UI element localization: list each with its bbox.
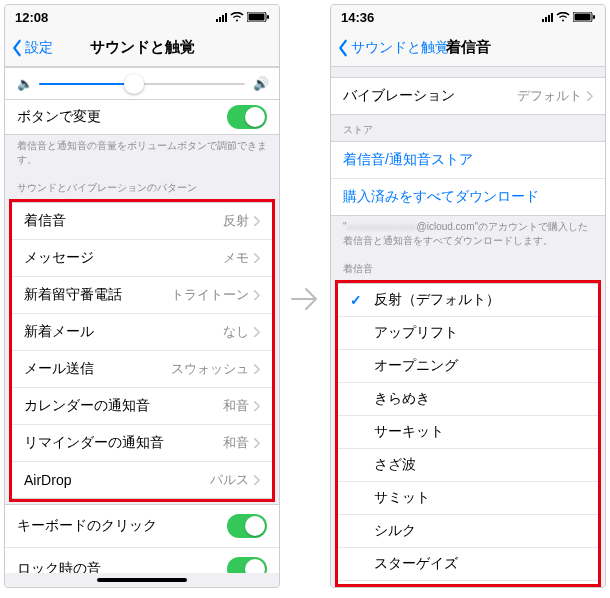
chevron-right-icon <box>253 327 260 338</box>
ringtone-row[interactable]: スターゲイズ <box>338 547 598 580</box>
pattern-label: AirDrop <box>24 472 71 488</box>
tone-store-link[interactable]: 着信音/通知音ストア <box>331 142 605 178</box>
download-all-link[interactable]: 購入済みをすべてダウンロード <box>331 178 605 215</box>
pattern-row[interactable]: 新着メールなし <box>12 313 272 350</box>
ringtone-row[interactable]: さざ波 <box>338 448 598 481</box>
patterns-highlight-box: 着信音反射メッセージメモ新着留守番電話トライトーン新着メールなしメール送信スウォ… <box>9 199 275 502</box>
ringtone-label: オープニング <box>374 357 458 375</box>
pattern-label: リマインダーの通知音 <box>24 434 164 452</box>
vibration-label: バイブレーション <box>343 87 455 105</box>
battery-icon <box>573 12 595 22</box>
pattern-row[interactable]: メール送信スウォッシュ <box>12 350 272 387</box>
lock-sound-row: ロック時の音 <box>5 547 279 573</box>
ringtone-header: 着信音 <box>331 254 605 280</box>
pattern-row[interactable]: リマインダーの通知音和音 <box>12 424 272 461</box>
ringtone-row[interactable]: ✓反射（デフォルト） <box>338 284 598 316</box>
ringtone-label: サーキット <box>374 423 444 441</box>
lock-sound-toggle[interactable] <box>227 557 267 573</box>
back-label: 設定 <box>25 39 53 57</box>
change-with-buttons-label: ボタンで変更 <box>17 108 101 126</box>
chevron-right-icon <box>253 216 260 227</box>
pattern-value: メモ <box>223 249 249 267</box>
battery-icon <box>247 12 269 22</box>
volume-low-icon: 🔈 <box>17 76 31 91</box>
vibration-value: デフォルト <box>517 87 582 105</box>
ringtone-row[interactable]: オープニング <box>338 349 598 382</box>
pattern-row[interactable]: AirDropパルス <box>12 461 272 498</box>
status-bar: 14:36 <box>331 5 605 29</box>
ringtone-row[interactable]: サミット <box>338 481 598 514</box>
change-with-buttons-toggle[interactable] <box>227 105 267 129</box>
ringtone-settings-screen: 14:36 サウンドと触覚 着信音 バイブレーション デフォルト ストア <box>330 4 606 588</box>
keyboard-click-row: キーボードのクリック <box>5 505 279 547</box>
nav-bar: サウンドと触覚 着信音 <box>331 29 605 67</box>
sounds-settings-screen: 12:08 設定 サウンドと触覚 🔈 🔊 ボタンで変更 着信音と通知音の音量をボ… <box>4 4 280 588</box>
keyboard-click-toggle[interactable] <box>227 514 267 538</box>
pattern-value: 反射 <box>223 212 249 230</box>
ringtone-highlight-box: ✓反射（デフォルト）アップリフトオープニングきらめきサーキットさざ波サミットシル… <box>335 280 601 587</box>
svg-rect-4 <box>575 14 591 21</box>
status-time: 14:36 <box>341 10 374 25</box>
volume-high-icon: 🔊 <box>253 76 267 91</box>
pattern-label: カレンダーの通知音 <box>24 397 150 415</box>
chevron-right-icon <box>253 364 260 375</box>
store-header: ストア <box>331 115 605 141</box>
pattern-label: メッセージ <box>24 249 94 267</box>
vibration-row[interactable]: バイブレーション デフォルト <box>331 78 605 114</box>
checkmark-icon: ✓ <box>348 292 364 308</box>
pattern-value: 和音 <box>223 434 249 452</box>
ringtone-label: シルク <box>374 522 416 540</box>
ringtone-row[interactable]: アップリフト <box>338 316 598 349</box>
svg-rect-5 <box>593 15 595 19</box>
ringtone-row[interactable]: シルク <box>338 514 598 547</box>
pattern-label: 着信音 <box>24 212 66 230</box>
status-icons <box>542 12 595 22</box>
keyboard-click-label: キーボードのクリック <box>17 517 157 535</box>
pattern-value: 和音 <box>223 397 249 415</box>
ringtone-label: スターゲイズ <box>374 555 458 573</box>
chevron-right-icon <box>253 438 260 449</box>
chevron-right-icon <box>253 401 260 412</box>
tone-store-label: 着信音/通知音ストア <box>343 151 473 169</box>
patterns-header: サウンドとバイブレーションのパターン <box>5 173 279 199</box>
status-time: 12:08 <box>15 10 48 25</box>
pattern-value: スウォッシュ <box>171 360 249 378</box>
ringtone-label: アップリフト <box>374 324 458 342</box>
pattern-label: 新着メール <box>24 323 94 341</box>
svg-rect-2 <box>267 15 269 19</box>
volume-slider-row: 🔈 🔊 <box>5 67 279 100</box>
status-icons <box>216 12 269 22</box>
ringtone-row[interactable]: スローライズ <box>338 580 598 587</box>
chevron-right-icon <box>586 91 593 102</box>
pattern-value: パルス <box>210 471 249 489</box>
pattern-value: トライトーン <box>171 286 249 304</box>
wifi-icon <box>556 12 570 22</box>
home-indicator[interactable] <box>5 573 279 587</box>
ringtone-label: 反射（デフォルト） <box>374 291 500 309</box>
arrow-right-icon <box>288 282 322 316</box>
transition-arrow-gap <box>280 4 330 594</box>
back-label: サウンドと触覚 <box>351 39 449 57</box>
pattern-row[interactable]: メッセージメモ <box>12 239 272 276</box>
back-button[interactable]: サウンドと触覚 <box>337 39 449 57</box>
cellular-icon <box>216 12 227 22</box>
pattern-row[interactable]: カレンダーの通知音和音 <box>12 387 272 424</box>
volume-slider[interactable] <box>39 83 245 85</box>
ringtone-row[interactable]: きらめき <box>338 382 598 415</box>
svg-rect-1 <box>249 14 265 21</box>
back-button[interactable]: 設定 <box>11 39 53 57</box>
ringtone-row[interactable]: サーキット <box>338 415 598 448</box>
change-with-buttons-row: ボタンで変更 <box>5 99 279 135</box>
ringtone-label: さざ波 <box>374 456 416 474</box>
download-caption: "———————@icloud.com"のアカウントで購入した着信音と通知音をす… <box>331 216 605 254</box>
chevron-right-icon <box>253 290 260 301</box>
pattern-value: なし <box>223 323 249 341</box>
pattern-row[interactable]: 着信音反射 <box>12 203 272 239</box>
pattern-row[interactable]: 新着留守番電話トライトーン <box>12 276 272 313</box>
ringtone-label: サミット <box>374 489 430 507</box>
pattern-label: 新着留守番電話 <box>24 286 122 304</box>
change-with-buttons-caption: 着信音と通知音の音量をボリュームボタンで調節できます。 <box>5 135 279 173</box>
wifi-icon <box>230 12 244 22</box>
pattern-label: メール送信 <box>24 360 94 378</box>
status-bar: 12:08 <box>5 5 279 29</box>
